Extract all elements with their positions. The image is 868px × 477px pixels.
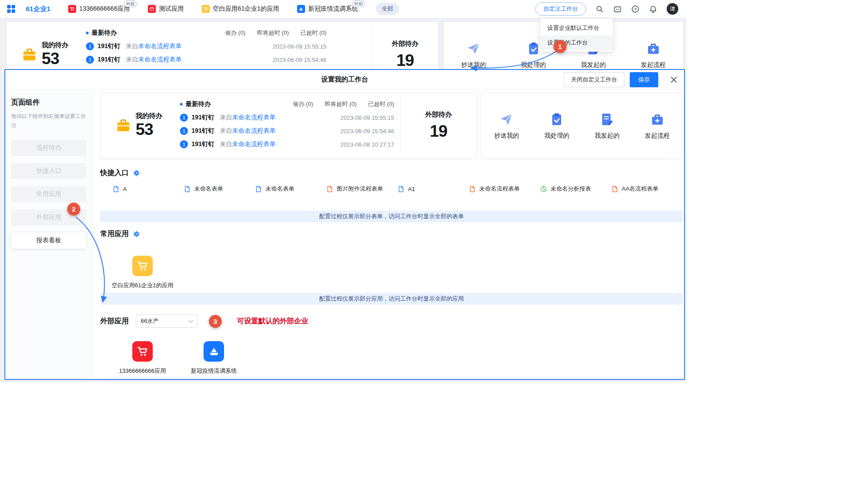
quick-entry-grid: A 未命名表单 未命名表单 图片附件流程表单 A1 未命名流程表单 未命名分析报… xyxy=(100,185,683,193)
quick-entry-item[interactable]: 未命名表单 xyxy=(184,185,255,193)
topbar-right: 自定义工作台 ? 谭 xyxy=(535,2,678,16)
user-avatar[interactable]: 谭 xyxy=(667,3,678,15)
menu-item-set-company-workbench[interactable]: 设置企业默认工作台 xyxy=(540,20,613,35)
nav-item-app-3[interactable]: 空白应用61企业1的应用 xyxy=(202,5,279,13)
external-todo-block: 外部待办 19 xyxy=(400,99,476,152)
all-apps-button[interactable]: 全部 xyxy=(376,3,399,15)
send-icon xyxy=(499,112,514,127)
todo-title: 我的待办 xyxy=(42,41,69,49)
action-cc-to-me[interactable]: 抄送我的 xyxy=(494,112,519,140)
action-label: 抄送我的 xyxy=(461,61,486,69)
notifications-bell-icon[interactable] xyxy=(649,5,657,13)
apps-grid-icon[interactable] xyxy=(7,5,15,13)
row-timestamp: 2023-06-09 15:55:15 xyxy=(340,114,394,121)
form-doc-icon xyxy=(113,186,119,192)
ship-app-icon xyxy=(204,341,224,362)
quick-entry-item[interactable]: A1 xyxy=(398,185,469,193)
nav-item-app-4[interactable]: 新冠疫情流调系统 外部 xyxy=(297,5,358,13)
quick-entry-item[interactable]: 未命名流程表单 xyxy=(469,185,540,193)
select-value: 66水产 xyxy=(141,317,159,325)
external-apps-section-header: 外部应用 66水产 3 可设置默认的外部企业 xyxy=(100,314,683,328)
latest-todo-label: 最新待办 xyxy=(180,100,211,108)
app-window: 61企业1 13366666666应用 外部 测试应用 空白应用61企业1的应用… xyxy=(0,0,686,382)
filter-urge[interactable]: 催办 (0) xyxy=(293,100,314,108)
quick-entry-label: A1 xyxy=(408,186,415,192)
external-company-select[interactable]: 66水产 xyxy=(136,314,197,328)
process-form-icon xyxy=(611,186,618,192)
action-label: 我处理的 xyxy=(544,132,569,140)
quick-entry-title: 快捷入口 xyxy=(100,168,129,178)
app-tile-external-1[interactable]: 13366666666应用 xyxy=(113,341,172,375)
save-button[interactable]: 保存 xyxy=(630,72,658,87)
quick-entry-item[interactable]: 未命名表单 xyxy=(255,185,326,193)
action-start-process[interactable]: 发起流程 xyxy=(641,41,666,69)
action-handled-by-me[interactable]: 我处理的 xyxy=(544,112,569,140)
filter-overdue[interactable]: 已超时 (0) xyxy=(301,29,327,37)
customize-workbench-button[interactable]: 自定义工作台 xyxy=(535,2,586,16)
todo-title: 我的待办 xyxy=(136,112,163,120)
row-form-link[interactable]: 未命名流程表单 xyxy=(232,114,276,122)
row-form-link[interactable]: 未命名流程表单 xyxy=(232,127,276,135)
search-icon[interactable] xyxy=(595,5,604,13)
quick-entry-item[interactable]: 未命名分析报表 xyxy=(540,185,611,193)
nav-item-app-1[interactable]: 13366666666应用 外部 xyxy=(68,5,130,13)
close-icon[interactable] xyxy=(669,75,679,85)
row-name: 191钉钉 xyxy=(192,140,214,148)
quick-entry-item[interactable]: AA名流程表单 xyxy=(611,185,683,193)
external-todo-count: 19 xyxy=(430,122,447,141)
component-common-apps[interactable]: 常用应用 xyxy=(11,186,86,202)
row-form-link[interactable]: 未命名流程表单 xyxy=(138,56,182,64)
gear-icon[interactable] xyxy=(133,231,140,237)
row-number-badge: 1 xyxy=(180,127,188,135)
row-form-link[interactable]: 未命名流程表单 xyxy=(232,140,276,148)
filter-soon-overdue[interactable]: 即将超时 (0) xyxy=(257,29,289,37)
quick-entry-label: 未命名分析报表 xyxy=(550,185,591,193)
component-report-board[interactable]: 报表看板 xyxy=(11,232,86,249)
app-tile-blank-app[interactable]: 空白应用61企业1的应用 xyxy=(113,256,172,289)
my-todo-block: 我的待办 53 xyxy=(101,99,177,152)
nav-item-company[interactable]: 61企业1 xyxy=(26,5,50,13)
nav-app-label: 测试应用 xyxy=(159,5,184,13)
assistant-icon[interactable] xyxy=(613,5,622,13)
action-label: 发起流程 xyxy=(645,132,670,140)
doc-edit-icon xyxy=(599,112,615,127)
quick-entry-item[interactable]: A xyxy=(113,185,184,193)
row-timestamp: 2023-06-08 10:27:17 xyxy=(340,141,394,148)
action-label: 发起流程 xyxy=(641,61,666,69)
quick-entry-item[interactable]: 图片附件流程表单 xyxy=(326,185,398,193)
filter-urge[interactable]: 催办 (0) xyxy=(225,29,246,37)
external-apps-notice: 配置过程仅展示部分应用，访问工作台时显示全部的应用 xyxy=(100,379,683,379)
action-started-by-me[interactable]: 我发起的 xyxy=(595,112,619,140)
row-timestamp: 2023-06-09 15:54:46 xyxy=(273,57,326,63)
app-window-icon xyxy=(148,5,156,13)
app-label: 新冠疫情流调系统 xyxy=(191,367,237,375)
quick-entry-label: 未命名表单 xyxy=(194,185,223,193)
filter-overdue[interactable]: 已超时 (0) xyxy=(368,100,395,108)
gear-icon[interactable] xyxy=(133,170,140,176)
process-form-icon xyxy=(469,186,476,192)
close-custom-workbench-button[interactable]: 关闭自定义工作台 xyxy=(564,72,624,87)
clipboard-check-icon xyxy=(549,112,564,127)
component-quick-entry[interactable]: 快捷入口 xyxy=(11,163,86,179)
row-form-link[interactable]: 未命名流程表单 xyxy=(138,42,182,50)
form-doc-icon xyxy=(255,186,262,192)
nav-item-app-2[interactable]: 测试应用 xyxy=(148,5,184,13)
row-name: 191钉钉 xyxy=(98,56,120,64)
menu-item-set-my-workbench[interactable]: 设置我的工作台 xyxy=(540,35,613,50)
quick-entry-label: A xyxy=(123,186,127,192)
component-process-todo[interactable]: 流程待办 xyxy=(11,140,86,156)
help-icon[interactable]: ? xyxy=(631,5,640,13)
action-cc-to-me[interactable]: 抄送我的 xyxy=(461,41,486,69)
row-prefix: 来自 xyxy=(220,114,232,122)
briefcase-plus-icon xyxy=(646,41,661,56)
app-tile-external-2[interactable]: 新冠疫情流调系统 xyxy=(184,341,243,375)
todo-row: 1 191钉钉 来自 未命名流程表单 2023-06-09 15:55:15 xyxy=(86,42,326,50)
send-icon xyxy=(466,41,481,56)
nav-app-label: 13366666666应用 xyxy=(79,5,130,13)
annotation-badge-1: 1 xyxy=(554,40,566,53)
annotation-badge-3: 3 xyxy=(209,315,222,328)
action-start-process[interactable]: 发起流程 xyxy=(645,112,670,140)
todo-count: 53 xyxy=(136,120,163,139)
topbar: 61企业1 13366666666应用 外部 测试应用 空白应用61企业1的应用… xyxy=(0,0,686,18)
filter-soon-overdue[interactable]: 即将超时 (0) xyxy=(325,100,357,108)
